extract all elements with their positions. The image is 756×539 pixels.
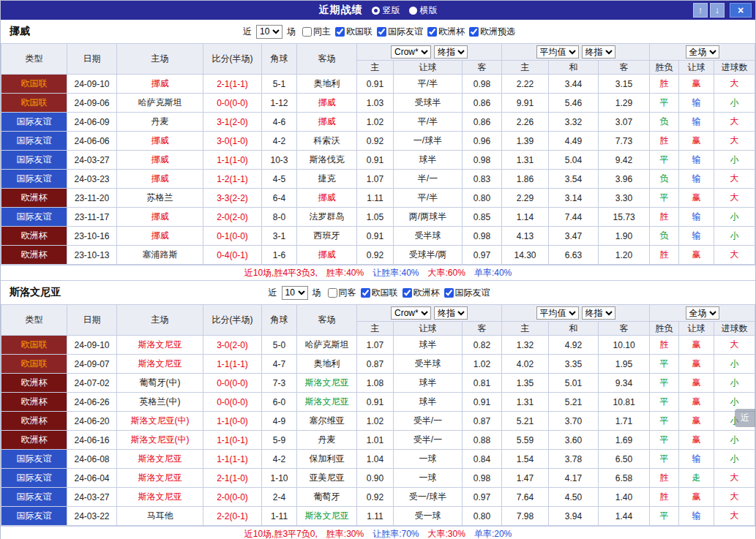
filter-checkbox-欧洲预选[interactable]: 欧洲预选 bbox=[469, 26, 515, 38]
column-header: 客场 bbox=[297, 305, 357, 336]
filter-checkbox-欧国联[interactable]: 欧国联 bbox=[335, 26, 373, 38]
checkbox-label: 欧国联 bbox=[346, 26, 373, 38]
away-team: 挪威 bbox=[297, 189, 357, 208]
match-date: 24-06-16 bbox=[67, 431, 117, 450]
avg-home-odds: 9.91 bbox=[502, 94, 549, 113]
checkbox-欧洲杯[interactable] bbox=[427, 27, 437, 37]
score: 3-1(2-0) bbox=[203, 113, 262, 132]
avg-draw-odds: 4.49 bbox=[549, 132, 599, 151]
checkbox-欧国联[interactable] bbox=[335, 27, 345, 37]
summary-segment: 大率:60% bbox=[428, 267, 465, 279]
sub-column-header: 和 bbox=[549, 322, 599, 336]
sub-column-header: 让球 bbox=[394, 61, 463, 75]
odds-stage-select[interactable]: 终指 bbox=[434, 306, 468, 320]
score: 2-2(0-1) bbox=[203, 507, 262, 526]
table-row: 欧洲杯24-06-16斯洛文尼亚(中)1-1(0-1)5-9丹麦1.01受半/一… bbox=[1, 431, 755, 450]
radio-label-horizontal: 横版 bbox=[420, 4, 438, 17]
layout-option-horizontal[interactable]: 横版 bbox=[409, 4, 438, 17]
home-team: 斯洛文尼亚 bbox=[117, 488, 203, 507]
move-up-button[interactable]: ↑ bbox=[693, 3, 708, 18]
filter-checkbox-国际友谊[interactable]: 国际友谊 bbox=[377, 26, 423, 38]
odds-away: 0.98 bbox=[463, 75, 502, 94]
recent-count-select[interactable]: 10 bbox=[256, 25, 282, 39]
sub-column-header: 主 bbox=[502, 322, 549, 336]
filter-checkbox-同主[interactable]: 同主 bbox=[302, 26, 331, 38]
summary-segment: 大率:30% bbox=[428, 528, 465, 539]
checkbox-label: 欧洲杯 bbox=[438, 26, 465, 38]
checkbox-国际友谊[interactable] bbox=[377, 27, 386, 37]
checkbox-欧洲杯[interactable] bbox=[403, 288, 412, 298]
recent-count-select[interactable]: 10 bbox=[282, 286, 308, 300]
home-team: 斯洛文尼亚 bbox=[117, 355, 203, 374]
summary-segment: 单率:20% bbox=[474, 528, 512, 539]
summary-segment: 让胜率:40% bbox=[373, 267, 419, 279]
results-table: 类型日期主场比分(半场)角球客场Crow*终指平均值终指全场主让球客主和客胜负让… bbox=[1, 304, 755, 526]
away-team: 捷克 bbox=[297, 170, 357, 189]
away-team: 塞尔维亚 bbox=[297, 412, 357, 431]
avg-stage-select[interactable]: 终指 bbox=[582, 45, 615, 59]
column-header: 类型 bbox=[1, 44, 67, 75]
avg-draw-odds: 6.63 bbox=[549, 246, 599, 265]
average-select[interactable]: 平均值 bbox=[536, 306, 579, 320]
avg-home-odds: 2.29 bbox=[502, 189, 549, 208]
match-type-badge: 国际友谊 bbox=[1, 170, 67, 189]
filter-checkbox-欧国联[interactable]: 欧国联 bbox=[361, 287, 398, 299]
avg-away-odds: 9.34 bbox=[599, 374, 650, 393]
layout-option-vertical[interactable]: 竖版 bbox=[372, 4, 400, 17]
move-down-button[interactable]: ↓ bbox=[710, 3, 725, 18]
bookmaker-select[interactable]: Crow* bbox=[391, 306, 431, 320]
filter-checkbox-同客[interactable]: 同客 bbox=[328, 287, 356, 299]
avg-home-odds: 1.86 bbox=[502, 170, 549, 189]
avg-away-odds: 10.10 bbox=[599, 336, 650, 355]
match-date: 24-07-02 bbox=[67, 374, 117, 393]
filter-checkbox-欧洲杯[interactable]: 欧洲杯 bbox=[403, 287, 440, 299]
match-type-badge: 欧洲杯 bbox=[1, 431, 67, 450]
home-team: 斯洛文尼亚 bbox=[117, 450, 203, 469]
odds-home: 1.05 bbox=[357, 208, 394, 227]
scope-select[interactable]: 全场 bbox=[686, 45, 719, 59]
handicap-line: 一球 bbox=[394, 469, 463, 488]
avg-home-odds: 1.14 bbox=[502, 208, 549, 227]
avg-draw-odds: 5.04 bbox=[549, 151, 599, 170]
match-result: 平 bbox=[650, 189, 679, 208]
recent-float-button[interactable]: 近 bbox=[735, 409, 755, 427]
odds-away: 0.86 bbox=[463, 94, 502, 113]
match-date: 24-09-10 bbox=[67, 75, 117, 94]
checkbox-国际友谊[interactable] bbox=[444, 288, 454, 298]
team-name: 挪威 bbox=[10, 25, 30, 38]
score: 0-1(0-0) bbox=[203, 227, 262, 246]
handicap-result: 输 bbox=[679, 113, 714, 132]
handicap-line: 受球半 bbox=[394, 94, 463, 113]
home-team: 斯洛文尼亚(中) bbox=[117, 412, 203, 431]
close-button[interactable]: × bbox=[730, 3, 752, 18]
odds-home: 0.91 bbox=[357, 75, 394, 94]
checkbox-欧洲预选[interactable] bbox=[469, 27, 479, 37]
table-row: 国际友谊24-03-27斯洛文尼亚2-0(0-0)2-4葡萄牙0.92受一/球半… bbox=[1, 488, 755, 507]
checkbox-同主[interactable] bbox=[302, 27, 312, 37]
score: 1-1(1-0) bbox=[203, 151, 262, 170]
filter-checkbox-欧洲杯[interactable]: 欧洲杯 bbox=[427, 26, 465, 38]
filter-checkbox-国际友谊[interactable]: 国际友谊 bbox=[444, 287, 490, 299]
average-select[interactable]: 平均值 bbox=[536, 45, 579, 59]
checkbox-同客[interactable] bbox=[328, 288, 337, 298]
handicap-result: 赢 bbox=[679, 412, 714, 431]
avg-stage-select[interactable]: 终指 bbox=[582, 306, 615, 320]
score: 1-1(1-1) bbox=[203, 355, 262, 374]
bookmaker-select[interactable]: Crow* bbox=[391, 45, 431, 59]
corners: 4-6 bbox=[262, 113, 297, 132]
odds-away: 0.98 bbox=[463, 151, 502, 170]
odds-home: 1.04 bbox=[357, 450, 394, 469]
checkbox-欧国联[interactable] bbox=[361, 288, 370, 298]
scope-select[interactable]: 全场 bbox=[686, 306, 719, 320]
up-arrow-icon: ↑ bbox=[698, 4, 703, 15]
home-team: 塞浦路斯 bbox=[117, 246, 203, 265]
sub-column-header: 让球 bbox=[679, 61, 714, 75]
score: 0-0(0-0) bbox=[203, 94, 262, 113]
odds-stage-select[interactable]: 终指 bbox=[434, 45, 468, 59]
column-header: 比分(半场) bbox=[203, 44, 262, 75]
handicap-result: 赢 bbox=[679, 374, 714, 393]
match-result: 平 bbox=[650, 94, 679, 113]
corners: 8-0 bbox=[262, 208, 297, 227]
match-result: 平 bbox=[650, 355, 679, 374]
handicap-line: 一球 bbox=[394, 450, 463, 469]
